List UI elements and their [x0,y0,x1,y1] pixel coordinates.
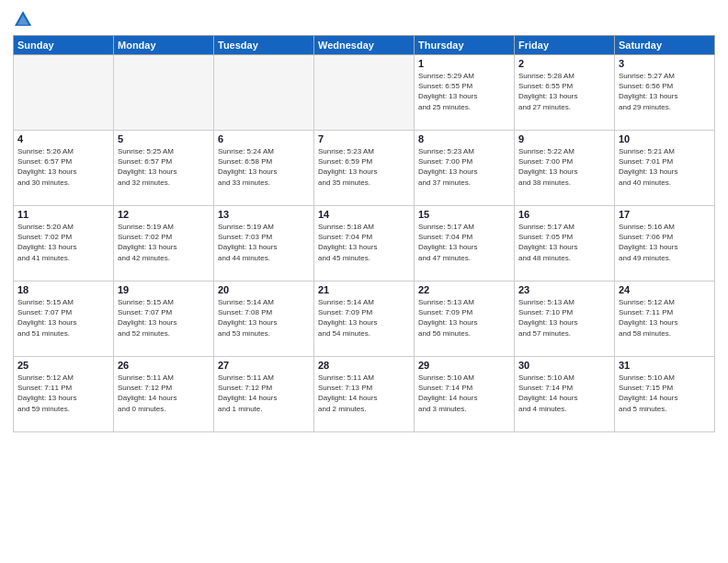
calendar-cell: 24Sunrise: 5:12 AM Sunset: 7:11 PM Dayli… [615,282,715,357]
day-info: Sunrise: 5:11 AM Sunset: 7:12 PM Dayligh… [218,373,310,414]
day-number: 21 [318,284,410,295]
calendar-cell: 23Sunrise: 5:13 AM Sunset: 7:10 PM Dayli… [515,282,615,357]
calendar-cell: 22Sunrise: 5:13 AM Sunset: 7:09 PM Dayli… [415,282,515,357]
day-number: 10 [619,133,711,144]
calendar-cell: 21Sunrise: 5:14 AM Sunset: 7:09 PM Dayli… [314,282,415,357]
page-header [13,9,715,29]
day-info: Sunrise: 5:10 AM Sunset: 7:14 PM Dayligh… [418,373,510,414]
calendar-cell: 10Sunrise: 5:21 AM Sunset: 7:01 PM Dayli… [615,131,715,206]
calendar-cell: 26Sunrise: 5:11 AM Sunset: 7:12 PM Dayli… [114,357,214,432]
day-number: 31 [619,360,711,371]
weekday-header: Tuesday [214,36,314,55]
day-number: 27 [218,360,310,371]
day-number: 7 [318,133,410,144]
calendar-cell: 13Sunrise: 5:19 AM Sunset: 7:03 PM Dayli… [214,206,314,282]
day-info: Sunrise: 5:16 AM Sunset: 7:06 PM Dayligh… [619,222,711,263]
day-info: Sunrise: 5:29 AM Sunset: 6:55 PM Dayligh… [418,71,510,112]
day-info: Sunrise: 5:15 AM Sunset: 7:07 PM Dayligh… [17,297,109,339]
calendar-cell: 15Sunrise: 5:17 AM Sunset: 7:04 PM Dayli… [415,206,515,282]
calendar-week-row: 18Sunrise: 5:15 AM Sunset: 7:07 PM Dayli… [14,282,715,357]
day-info: Sunrise: 5:21 AM Sunset: 7:01 PM Dayligh… [619,146,711,188]
day-info: Sunrise: 5:12 AM Sunset: 7:11 PM Dayligh… [17,373,109,414]
calendar-cell: 7Sunrise: 5:23 AM Sunset: 6:59 PM Daylig… [314,131,415,206]
day-info: Sunrise: 5:12 AM Sunset: 7:11 PM Dayligh… [619,297,711,339]
day-number: 3 [619,58,711,69]
day-number: 1 [418,58,510,69]
day-number: 22 [418,284,510,295]
day-number: 2 [518,58,610,69]
day-info: Sunrise: 5:15 AM Sunset: 7:07 PM Dayligh… [118,297,210,339]
weekday-header: Monday [114,36,214,55]
weekday-header: Saturday [615,36,715,55]
calendar-cell: 11Sunrise: 5:20 AM Sunset: 7:02 PM Dayli… [14,206,114,282]
day-info: Sunrise: 5:10 AM Sunset: 7:14 PM Dayligh… [518,373,610,414]
calendar-cell: 19Sunrise: 5:15 AM Sunset: 7:07 PM Dayli… [114,282,214,357]
calendar-cell: 9Sunrise: 5:22 AM Sunset: 7:00 PM Daylig… [515,131,615,206]
day-number: 15 [418,209,510,220]
logo [13,9,35,29]
day-info: Sunrise: 5:14 AM Sunset: 7:09 PM Dayligh… [318,297,410,339]
day-info: Sunrise: 5:17 AM Sunset: 7:04 PM Dayligh… [418,222,510,263]
weekday-header: Wednesday [314,36,415,55]
day-info: Sunrise: 5:14 AM Sunset: 7:08 PM Dayligh… [218,297,310,339]
day-number: 19 [118,284,210,295]
day-info: Sunrise: 5:28 AM Sunset: 6:55 PM Dayligh… [518,71,610,112]
day-number: 25 [17,360,109,371]
day-info: Sunrise: 5:19 AM Sunset: 7:02 PM Dayligh… [118,222,210,263]
day-info: Sunrise: 5:24 AM Sunset: 6:58 PM Dayligh… [218,146,310,188]
calendar-cell: 6Sunrise: 5:24 AM Sunset: 6:58 PM Daylig… [214,131,314,206]
calendar-cell: 28Sunrise: 5:11 AM Sunset: 7:13 PM Dayli… [314,357,415,432]
day-info: Sunrise: 5:22 AM Sunset: 7:00 PM Dayligh… [518,146,610,188]
day-number: 11 [17,209,109,220]
day-number: 28 [318,360,410,371]
calendar-cell: 25Sunrise: 5:12 AM Sunset: 7:11 PM Dayli… [14,357,114,432]
day-number: 5 [118,133,210,144]
calendar-cell: 27Sunrise: 5:11 AM Sunset: 7:12 PM Dayli… [214,357,314,432]
calendar-week-row: 4Sunrise: 5:26 AM Sunset: 6:57 PM Daylig… [14,131,715,206]
calendar-cell: 2Sunrise: 5:28 AM Sunset: 6:55 PM Daylig… [515,55,615,131]
calendar-week-row: 25Sunrise: 5:12 AM Sunset: 7:11 PM Dayli… [14,357,715,432]
calendar-cell: 5Sunrise: 5:25 AM Sunset: 6:57 PM Daylig… [114,131,214,206]
day-info: Sunrise: 5:26 AM Sunset: 6:57 PM Dayligh… [17,146,109,188]
day-number: 26 [118,360,210,371]
day-number: 9 [518,133,610,144]
day-info: Sunrise: 5:17 AM Sunset: 7:05 PM Dayligh… [518,222,610,263]
calendar-cell: 3Sunrise: 5:27 AM Sunset: 6:56 PM Daylig… [615,55,715,131]
logo-icon [13,9,33,29]
day-number: 24 [619,284,711,295]
day-number: 4 [17,133,109,144]
calendar-cell: 30Sunrise: 5:10 AM Sunset: 7:14 PM Dayli… [515,357,615,432]
calendar-cell: 29Sunrise: 5:10 AM Sunset: 7:14 PM Dayli… [415,357,515,432]
day-number: 29 [418,360,510,371]
day-info: Sunrise: 5:11 AM Sunset: 7:13 PM Dayligh… [318,373,410,414]
calendar-cell: 18Sunrise: 5:15 AM Sunset: 7:07 PM Dayli… [14,282,114,357]
calendar-cell: 20Sunrise: 5:14 AM Sunset: 7:08 PM Dayli… [214,282,314,357]
day-info: Sunrise: 5:23 AM Sunset: 6:59 PM Dayligh… [318,146,410,188]
weekday-header: Thursday [415,36,515,55]
day-info: Sunrise: 5:23 AM Sunset: 7:00 PM Dayligh… [418,146,510,188]
calendar-week-row: 11Sunrise: 5:20 AM Sunset: 7:02 PM Dayli… [14,206,715,282]
calendar-cell: 12Sunrise: 5:19 AM Sunset: 7:02 PM Dayli… [114,206,214,282]
calendar-cell: 16Sunrise: 5:17 AM Sunset: 7:05 PM Dayli… [515,206,615,282]
day-number: 16 [518,209,610,220]
calendar-table: SundayMondayTuesdayWednesdayThursdayFrid… [13,35,715,432]
calendar-cell: 8Sunrise: 5:23 AM Sunset: 7:00 PM Daylig… [415,131,515,206]
calendar-cell: 4Sunrise: 5:26 AM Sunset: 6:57 PM Daylig… [14,131,114,206]
day-number: 6 [218,133,310,144]
calendar-header: SundayMondayTuesdayWednesdayThursdayFrid… [14,36,715,55]
day-number: 20 [218,284,310,295]
day-info: Sunrise: 5:18 AM Sunset: 7:04 PM Dayligh… [318,222,410,263]
day-info: Sunrise: 5:13 AM Sunset: 7:10 PM Dayligh… [518,297,610,339]
day-info: Sunrise: 5:20 AM Sunset: 7:02 PM Dayligh… [17,222,109,263]
calendar-cell: 31Sunrise: 5:10 AM Sunset: 7:15 PM Dayli… [615,357,715,432]
day-number: 30 [518,360,610,371]
day-info: Sunrise: 5:27 AM Sunset: 6:56 PM Dayligh… [619,71,711,112]
calendar-cell [314,55,415,131]
weekday-row: SundayMondayTuesdayWednesdayThursdayFrid… [14,36,715,55]
day-info: Sunrise: 5:11 AM Sunset: 7:12 PM Dayligh… [118,373,210,414]
calendar-cell [214,55,314,131]
weekday-header: Friday [515,36,615,55]
day-number: 23 [518,284,610,295]
calendar-cell [14,55,114,131]
day-number: 17 [619,209,711,220]
